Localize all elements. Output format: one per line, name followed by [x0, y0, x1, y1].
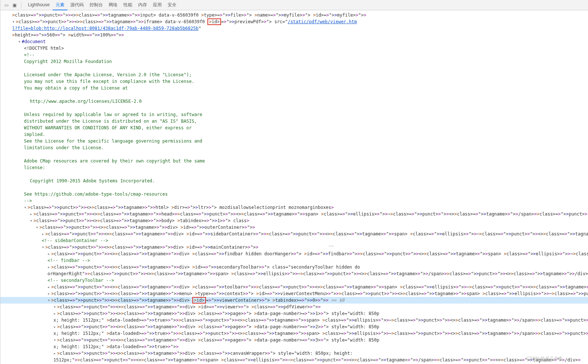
dom-line[interactable]: x; height: 1512px;" >data-loaded>=>">>tr…: [0, 330, 588, 337]
dom-line[interactable]: 1512px;">>class>=>">>punct>>">><>>class>…: [0, 357, 588, 363]
dom-line[interactable]: ▾>class>=>">>punct>>">><>>class>=>">>tag…: [0, 337, 588, 343]
dom-line[interactable]: Copyright 1990-2015 Adobe Systems Incorp…: [0, 178, 588, 184]
dom-line[interactable]: <!-- findbar -->: [0, 257, 588, 264]
dom-line[interactable]: ▸>class>=>">>punct>>">><>>class>=>">>tag…: [0, 350, 588, 357]
selected-filename: 《大悲咒》（...注音版）.pdf: [0, 283, 0, 328]
dom-line[interactable]: ▸>class>=>">>punct>>">><>>class>=>">>tag…: [0, 211, 588, 217]
dom-line[interactable]: Unless required by applicable law or agr…: [0, 111, 588, 118]
dom-line[interactable]: [0, 171, 588, 178]
dom-line[interactable]: ▾>class>=>">>punct>>">><>>class>=>">>tag…: [0, 297, 588, 304]
dom-line[interactable]: <!-- sidebarContainer -->: [0, 237, 588, 244]
dom-line[interactable]: [0, 151, 588, 158]
dom-line[interactable]: See https://github.com/adobe-type-tools/…: [0, 191, 588, 197]
dom-line[interactable]: implied.: [0, 131, 588, 138]
dom-line[interactable]: ▾>class>=>">>punct>>">><>>class>=>">>tag…: [0, 217, 588, 224]
dom-line[interactable]: ▾>class>=>">>punct>>">><>>class>=>">>tag…: [0, 304, 588, 310]
dom-line[interactable]: ▾#document: [0, 38, 588, 45]
dom-line[interactable]: ▸>class>=>">>punct>>">><>>class>=>">>tag…: [0, 264, 588, 270]
dom-line[interactable]: Adobe CMap resources are covered by thei…: [0, 158, 588, 164]
devtools-tab-应用[interactable]: 应用: [150, 0, 165, 10]
dom-line[interactable]: [0, 105, 588, 111]
dom-line[interactable]: ▾>class>=>">>punct>>">><>>class>=>">>tag…: [0, 224, 588, 231]
dom-line[interactable]: ▾>class>=>">>punct>>">><>>class>=>">>tag…: [0, 18, 588, 25]
dom-line[interactable]: <!--: [0, 52, 588, 58]
dom-line[interactable]: Licensed under the Apache License, Versi…: [0, 71, 588, 78]
dom-line[interactable]: ▸>class>=>">>punct>>">><>>class>=>">>tag…: [0, 251, 588, 257]
dom-line[interactable]: x; height: 1512px;" >data-loaded>=>">>tr…: [0, 343, 588, 350]
dom-line[interactable]: <!-- secondaryToolbar -->: [0, 277, 588, 284]
dom-line[interactable]: -->: [0, 197, 588, 204]
dom-line[interactable]: you may not use this file except in comp…: [0, 78, 588, 85]
inspect-element-icon[interactable]: ▭: [3, 2, 9, 8]
dom-line[interactable]: license:: [0, 164, 588, 171]
dom-line[interactable]: You may obtain a copy of the License at: [0, 85, 588, 91]
dom-line[interactable]: Copyright 2012 Mozilla Foundation: [0, 58, 588, 65]
line-marker-dots: ⋯: [329, 243, 334, 249]
devtools-tab-网络[interactable]: 网络: [106, 0, 120, 10]
dom-line[interactable]: http://www.apache.org/licenses/LICENSE-2…: [0, 98, 588, 105]
dom-line[interactable]: ▾>class>=>">>punct>>">><>>class>=>">>tag…: [0, 244, 588, 251]
dom-line[interactable]: ▸>class>=>">>punct>>">><>>class>=>">>tag…: [0, 310, 588, 317]
devtools-tab-安全[interactable]: 安全: [165, 0, 179, 10]
devtools-panel: ▭ ▣ Lighthouse元素源代码控制台网络性能内存应用安全 >class>…: [0, 0, 588, 364]
dom-line[interactable]: [0, 184, 588, 191]
devtools-tab-源代码[interactable]: 源代码: [67, 0, 87, 10]
dom-line[interactable]: <!DOCTYPE html>: [0, 45, 588, 52]
devtools-tab-性能[interactable]: 性能: [120, 0, 135, 10]
dom-line[interactable]: WITHOUT WARRANTIES OR CONDITIONS OF ANY …: [0, 125, 588, 131]
dom-line[interactable]: ▸>class>=>">>punct>>">><>>class>=>">>tag…: [0, 231, 588, 237]
dom-line[interactable]: ▸>class>=>">>punct>>">><>>class>=>">>tag…: [0, 290, 588, 297]
app-left-panel: pdf.js demo 本地 点击 点击一下 服务器 查看错误 查看有效 查看服…: [0, 0, 0, 364]
devtools-tab-Lighthouse[interactable]: Lighthouse: [25, 0, 53, 10]
dom-line[interactable]: ▸>class>=>">>punct>>">><>>class>=>">>tag…: [0, 284, 588, 290]
dom-line[interactable]: >height>=>">>560>>"> >width>=>">>100%>>"…: [0, 32, 588, 38]
dom-line[interactable]: distributed under the License is distrib…: [0, 118, 588, 125]
dom-line[interactable]: ▾>class>=>">>punct>>">><>>class>=>">>tag…: [0, 204, 588, 211]
dom-line[interactable]: ▸>class>=>">>punct>>">><>>class>=>">>tag…: [0, 323, 588, 330]
devtools-tab-元素[interactable]: 元素: [53, 0, 67, 10]
choose-file-button[interactable]: 选择文件: [0, 254, 0, 283]
devtools-tabs: ▭ ▣ Lighthouse元素源代码控制台网络性能内存应用安全: [0, 0, 588, 10]
devtools-tab-内存[interactable]: 内存: [135, 0, 150, 10]
dom-line[interactable]: See the License for the specific languag…: [0, 138, 588, 144]
device-toolbar-icon[interactable]: ▣: [11, 2, 17, 8]
dom-line[interactable]: limitations under the License.: [0, 144, 588, 151]
dom-line[interactable]: orHangerRight">>class>=>">>punct>>">><>>…: [0, 270, 588, 277]
watermark: CSDN @甚几杂鱼: [526, 356, 562, 362]
dom-line[interactable]: [0, 91, 588, 98]
devtools-tab-控制台[interactable]: 控制台: [87, 0, 106, 10]
dom-tree[interactable]: >class>=>">>punct>>">><>>class>=>">>tagn…: [0, 10, 588, 364]
dom-line[interactable]: x; height: 1512px;" >data-loaded>=>">>tr…: [0, 317, 588, 323]
dom-line[interactable]: l?file=blob:http://localhost:8081/438ac1…: [0, 25, 588, 32]
dom-line[interactable]: >class>=>">>punct>>">><>>class>=>">>tagn…: [0, 12, 588, 18]
dom-line[interactable]: [0, 65, 588, 71]
